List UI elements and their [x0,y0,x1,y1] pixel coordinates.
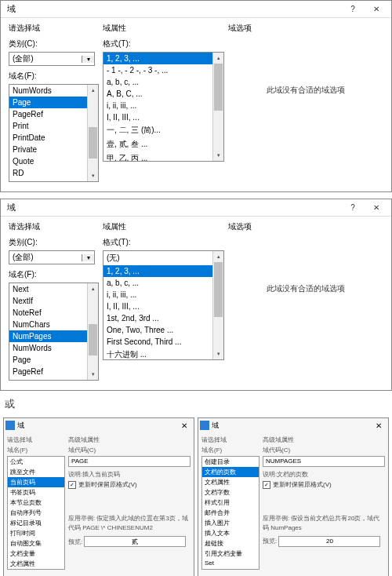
list-item[interactable]: 本节总页数 [8,498,64,508]
checkbox-icon: ✓ [68,481,76,489]
category-label: 类别(C): [9,38,103,49]
list-item[interactable]: (无) [103,251,223,265]
list-item[interactable]: 插入图片 [202,518,259,528]
list-item[interactable]: Page [9,354,98,366]
list-item[interactable]: 十六进制 ... [103,348,223,360]
close-button[interactable]: ✕ [365,200,388,216]
list-item[interactable]: I, II, III, ... [103,111,223,123]
list-item[interactable]: 甲, 乙, 丙 ... [103,151,223,162]
scroll-down-icon[interactable]: ▾ [213,150,223,161]
list-item[interactable]: 自动序列号 [8,508,64,518]
help-button[interactable]: ? [341,2,365,17]
list-item[interactable]: NextIf [9,295,98,307]
list-item[interactable]: 超链接 [202,538,259,549]
list-item[interactable]: - 1 -, - 2 -, - 3 -, ... [103,64,223,76]
field-name-listbox[interactable]: 公式 跳至文件 当前页码 书签页码 本节总页数 自动序列号 标记目录项 打印时间… [7,456,65,570]
advanced-props-label: 高级域属性 [68,436,191,444]
list-item[interactable]: 一, 二, 三 (简)... [103,123,223,137]
list-item-selected[interactable]: 文档的页数 [202,467,259,477]
list-item[interactable]: 公式 [8,457,64,467]
field-name-listbox[interactable]: Next NextIf NoteRef NumChars NumPages Nu… [9,283,99,381]
scroll-down-icon[interactable]: ▾ [88,369,98,380]
list-item[interactable]: Next [9,283,98,295]
scroll-thumb[interactable] [89,127,97,159]
list-item[interactable]: 文档属性 [202,477,259,487]
list-item[interactable]: NumWords [9,85,98,97]
close-button[interactable]: ✕ [365,2,388,17]
list-item[interactable]: 创建目录 [202,457,259,467]
list-item[interactable]: 自动图文集 [8,538,64,549]
close-button[interactable]: ✕ [176,421,192,430]
format-listbox[interactable]: (无) 1, 2, 3, ... a, b, c, ... i, ii, iii… [103,250,224,360]
list-item[interactable]: 标记目录项 [8,518,64,528]
field-code-input[interactable]: NUMPAGES [263,456,385,467]
scroll-up-icon[interactable]: ▴ [88,85,98,96]
field-props-label: 域属性 [103,23,228,34]
list-item[interactable]: First Second, Third ... [103,336,223,348]
list-item-selected[interactable]: 当前页码 [8,477,64,487]
list-item[interactable]: 文档变量 [8,549,64,559]
list-item[interactable]: a, b, c, ... [103,277,223,289]
list-item[interactable]: Ask [202,567,259,570]
preview-label: 预览: [68,538,82,545]
list-item-selected[interactable]: NumPages [9,330,98,342]
list-item[interactable]: NoteRef [9,307,98,319]
list-item[interactable]: Quote [9,155,98,167]
list-item[interactable]: PrintDate [9,132,98,144]
list-item[interactable]: NumWords [9,342,98,354]
scrollbar[interactable]: ▴ ▾ [212,251,223,359]
list-item[interactable]: a, b, c, ... [103,76,223,88]
list-item[interactable]: 跳至文件 [8,467,64,477]
scrollbar[interactable]: ▴ ▾ [87,283,98,380]
list-item[interactable]: 插入文本 [202,528,259,538]
scrollbar[interactable]: ▴ ▾ [212,53,223,161]
list-item[interactable]: 引用文档变量 [202,549,259,559]
scrollbar[interactable]: ▴ ▾ [87,85,98,181]
scroll-thumb[interactable] [89,324,97,355]
list-item[interactable]: 文档字数 [202,487,259,498]
list-item-selected[interactable]: 1, 2, 3, ... [103,53,223,64]
list-item[interactable]: One, Two, Three ... [103,324,223,336]
list-item[interactable]: Set [202,559,259,567]
field-name-listbox[interactable]: 创建目录 文档的页数 文档属性 文档字数 样式引用 邮件合并 插入图片 插入文本… [201,456,260,570]
help-button[interactable]: ? [341,200,365,216]
list-item[interactable]: I, II, III, ... [103,301,223,312]
close-button[interactable]: ✕ [371,421,387,430]
list-item-selected[interactable]: Page [9,97,98,108]
scroll-thumb[interactable] [214,64,223,111]
list-item[interactable]: 书签页码 [8,487,64,498]
list-item[interactable]: Print [9,120,98,132]
list-item[interactable]: 打印时间 [8,528,64,538]
scroll-up-icon[interactable]: ▴ [213,251,223,262]
scroll-thumb[interactable] [214,262,223,317]
field-code-input[interactable]: PAGE [68,456,191,467]
field-dialog-numpages: 域 ? ✕ 请选择域 类别(C): (全部) ▾ 域名(F): Next Nex… [0,199,392,391]
list-item[interactable]: RD [9,167,98,179]
list-item[interactable]: 文档属性 [8,559,64,569]
list-item[interactable]: 邮件合并 [202,508,259,518]
list-item[interactable]: 样式引用 [202,498,259,508]
list-item[interactable]: PageRef [9,366,98,377]
category-combo[interactable]: (全部) ▾ [9,250,95,264]
format-listbox[interactable]: 1, 2, 3, ... - 1 -, - 2 -, - 3 -, ... a,… [103,52,224,162]
list-item[interactable]: 壹, 贰, 叁 ... [103,137,223,151]
field-name-listbox[interactable]: NumWords Page PageRef Print PrintDate Pr… [9,84,99,182]
category-combo[interactable]: (全部) ▾ [9,52,95,66]
preserve-checkbox-row[interactable]: ✓ 更新时保留原格式(V) [263,480,385,489]
field-dialog-page: 域 ? ✕ 请选择域 类别(C): (全部) ▾ 域名(F): NumWords… [0,0,392,192]
list-item[interactable]: 1st, 2nd, 3rd ... [103,312,223,324]
list-item[interactable]: i, ii, iii, ... [103,289,223,301]
list-item[interactable]: 创建目录 [8,569,64,570]
scroll-down-icon[interactable]: ▾ [88,170,98,181]
list-item[interactable]: Ref [9,179,98,182]
scroll-up-icon[interactable]: ▴ [213,53,223,64]
preserve-checkbox-row[interactable]: ✓ 更新时保留原格式(V) [68,480,191,489]
list-item[interactable]: PageRef [9,108,98,120]
scroll-up-icon[interactable]: ▴ [88,283,98,294]
list-item[interactable]: i, ii, iii, ... [103,100,223,111]
list-item-selected[interactable]: 1, 2, 3, ... [103,265,223,277]
scroll-down-icon[interactable]: ▾ [213,348,223,359]
list-item[interactable]: A, B, C, ... [103,88,223,100]
list-item[interactable]: Private [9,144,98,155]
list-item[interactable]: NumChars [9,319,98,330]
